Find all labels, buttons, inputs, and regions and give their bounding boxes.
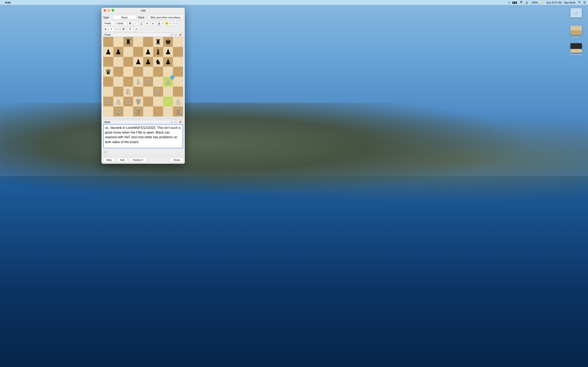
microphone-icon: [129, 27, 131, 31]
board-square-g5: [163, 67, 173, 77]
desktop-label: Music: [573, 18, 579, 21]
wifi-icon[interactable]: [520, 1, 523, 4]
list-ol-icon: ≡: [111, 28, 112, 31]
chess-piece: ♙: [105, 98, 111, 105]
desktop-folder-screenshots[interactable]: Screenshots: [568, 43, 584, 56]
battery-percent: 100%: [531, 1, 538, 4]
ordered-list-button[interactable]: ≡: [109, 27, 114, 31]
window-titlebar[interactable]: Add: [102, 8, 185, 13]
front-field-body[interactable]: ♜♜♚♟♟♟♝♟♟♟♞♟♛♗♙♙?!♘♙♙♙♙♕♙♔♖♖: [103, 37, 183, 119]
board-square-a8: [103, 37, 113, 47]
close-button[interactable]: Close: [170, 158, 183, 162]
chess-piece: ♟: [165, 48, 171, 55]
board-square-c7: [123, 47, 133, 57]
spotlight-icon[interactable]: [578, 1, 581, 4]
board-square-h5: [173, 67, 183, 77]
italic-button[interactable]: I: [133, 21, 138, 26]
anki-add-window: Add Type Basic Deck Blitz and other misc…: [102, 8, 185, 164]
help-button[interactable]: Help: [103, 158, 115, 162]
board-square-b3: [113, 87, 123, 97]
board-square-e3: [143, 87, 153, 97]
unordered-list-button[interactable]: ≣: [103, 27, 108, 31]
battery-icon[interactable]: ▮▮▮: [512, 1, 517, 4]
user-name[interactable]: Dan Bock: [564, 1, 576, 4]
pin-icon[interactable]: 📌: [179, 33, 182, 36]
window-title: Add: [141, 9, 145, 12]
chess-piece: ♙: [115, 98, 121, 105]
front-field-scrollbar[interactable]: [103, 117, 183, 118]
board-square-d1: ♖: [133, 106, 143, 117]
chess-piece: ♖: [135, 108, 141, 115]
chess-piece: ♙: [125, 98, 131, 105]
alignment-button[interactable]: ≡▾: [114, 27, 120, 31]
app-menu[interactable]: Anki: [5, 1, 11, 4]
fields-button[interactable]: Fields...: [103, 21, 114, 26]
board-square-c2: ♙: [123, 97, 133, 107]
attach-button[interactable]: [121, 27, 126, 31]
board-square-f6: ♞: [153, 57, 163, 67]
board-square-e4: ♙: [143, 77, 153, 87]
record-audio-button[interactable]: [127, 27, 133, 31]
board-square-c6: [123, 57, 133, 67]
board-square-c8: ♜: [123, 37, 133, 47]
subscript-button[interactable]: x₂: [150, 21, 156, 26]
desktop-folder-music[interactable]: ♪ Music: [568, 8, 584, 21]
history-button[interactable]: History ▾: [130, 158, 146, 162]
control-center-icon[interactable]: ☰: [583, 1, 586, 4]
board-square-d4: ♗: [133, 77, 143, 87]
toggle-sticky-icon[interactable]: 👁: [170, 33, 173, 36]
toggle-html-icon[interactable]: </>: [174, 121, 177, 124]
chess-piece: ♜: [125, 38, 131, 45]
bold-button[interactable]: B: [128, 21, 132, 26]
cards-button[interactable]: Cards...: [115, 21, 127, 26]
text-color-button[interactable]: A▾: [156, 21, 163, 26]
board-square-e8: [143, 37, 153, 47]
back-field-label: Back: [104, 120, 111, 124]
board-square-e7: ♟: [143, 47, 153, 57]
board-square-h3: [173, 87, 183, 97]
window-close-button[interactable]: [104, 9, 106, 12]
charging-icon: ⚡: [540, 1, 544, 4]
clear-formatting-button[interactable]: ◇▾: [172, 21, 177, 26]
board-square-f7: ♝: [153, 47, 163, 57]
note-type-selector[interactable]: Basic: [113, 15, 137, 20]
volume-icon[interactable]: 🔊: [525, 1, 529, 4]
underline-button[interactable]: U: [139, 21, 144, 26]
board-square-g4: ♙?!: [163, 77, 173, 87]
toggle-sticky-icon[interactable]: 👁: [170, 121, 173, 124]
movies-folder-icon: [571, 26, 582, 35]
back-field-editor[interactable]: vs. Vacrank in LoneWolf 5/12/2023. This …: [103, 124, 183, 149]
chess-piece: ♙: [145, 78, 151, 85]
deck-selector[interactable]: Blitz and other miscellany: [148, 15, 183, 20]
chess-piece: ♚: [165, 38, 171, 45]
board-square-c3: ♘: [123, 87, 133, 97]
superscript-button[interactable]: x²: [145, 21, 150, 26]
toggle-html-icon[interactable]: </>: [174, 33, 177, 36]
board-square-e2: [143, 97, 153, 107]
pin-icon[interactable]: 📌: [179, 121, 182, 124]
board-square-d7: [133, 47, 143, 57]
window-minimize-button[interactable]: [108, 9, 110, 12]
svg-line-2: [580, 2, 581, 3]
chess-piece: ♟: [105, 48, 111, 55]
board-square-h2: ♙: [173, 97, 183, 107]
desktop-folder-movies[interactable]: Movies: [568, 26, 584, 39]
add-button[interactable]: Add: [117, 158, 128, 162]
highlight-button[interactable]: ✎▾: [164, 21, 171, 26]
tags-field[interactable]: 🏷: [103, 150, 183, 155]
board-square-d8: [133, 37, 143, 47]
board-square-f3: ♙: [153, 87, 163, 97]
macos-menubar: Anki ⌖ ▮▮▮ 🔊 100% ⚡ Sun 8:57 AM Dan Bock…: [0, 0, 588, 5]
board-square-g8: ♚: [163, 37, 173, 47]
board-square-d2: ♕: [133, 97, 143, 107]
screenshots-folder-icon: [571, 43, 582, 53]
board-square-a4: [103, 77, 113, 87]
clock[interactable]: Sun 8:57 AM: [546, 1, 562, 4]
window-zoom-button[interactable]: [112, 9, 114, 12]
board-square-g3: [163, 87, 173, 97]
board-square-h7: [173, 47, 183, 57]
board-square-c1: [123, 106, 133, 117]
front-field: Front 👁 </> 📌 ♜♜♚♟♟♟♝♟♟♟♞♟♛♗♙♙?!♘♙♙♙♙♕♙♔…: [103, 33, 183, 119]
equation-button[interactable]: ƒx: [134, 27, 139, 31]
menubar-extra-icon[interactable]: ⌖: [508, 1, 510, 4]
